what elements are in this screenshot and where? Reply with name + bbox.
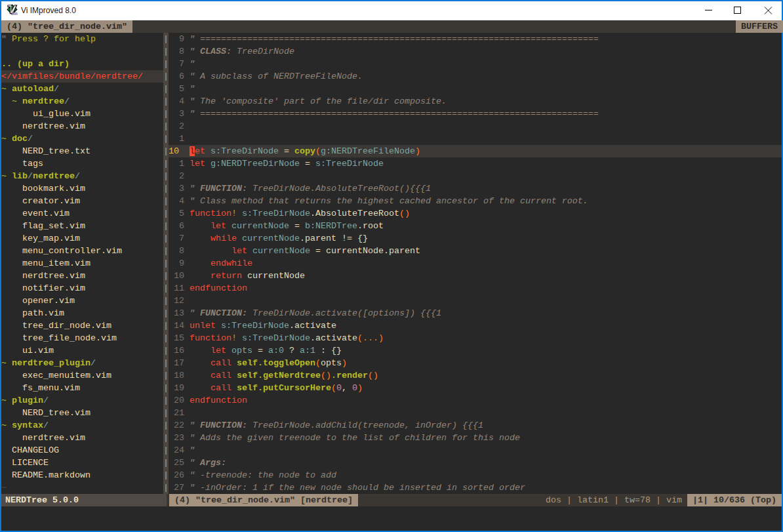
svg-text:im: im [12, 10, 18, 15]
